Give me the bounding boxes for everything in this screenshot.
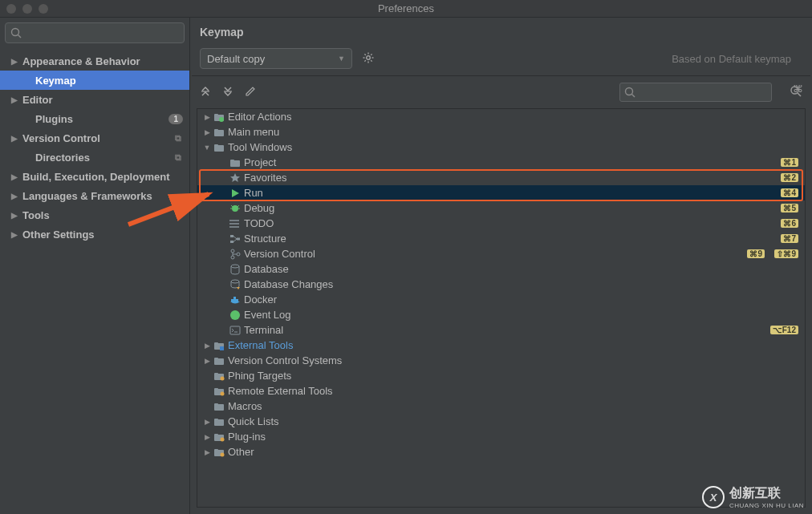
svg-rect-62 — [214, 388, 218, 391]
sidebar-item-directories[interactable]: Directories⧉ — [0, 148, 189, 167]
tree-row-tool-windows[interactable]: ▼Tool Windows — [197, 140, 805, 155]
svg-rect-19 — [214, 114, 218, 116]
chevron-right-icon: ▶ — [11, 134, 19, 143]
sidebar-search-input[interactable] — [25, 27, 184, 38]
find-by-shortcut-icon[interactable]: ⌘ — [790, 85, 802, 100]
shortcut-badge: ⌘2 — [781, 173, 798, 182]
shortcut-badge: ⌥F12 — [770, 326, 798, 334]
tree-row-label: Macros — [228, 400, 262, 412]
close-dot[interactable] — [6, 4, 16, 14]
chevron-down-icon: ▼ — [202, 144, 212, 152]
chevron-right-icon: ▶ — [11, 95, 19, 104]
svg-rect-59 — [214, 373, 218, 375]
tree-row-event-log[interactable]: Event Log — [197, 307, 805, 322]
svg-rect-47 — [233, 299, 236, 302]
sidebar-item-keymap[interactable]: Keymap — [0, 71, 189, 90]
tree-row-label: Main menu — [228, 126, 279, 138]
tree-row-version-control[interactable]: Version Control⇧⌘9⌘9 — [197, 246, 805, 261]
tree-row-label: Structure — [244, 233, 286, 245]
tree-row-label: Project — [244, 156, 276, 168]
svg-rect-24 — [214, 144, 218, 147]
sidebar-item-version-control[interactable]: ▶Version Control⧉ — [0, 128, 189, 148]
shortcut-badge: ⌘6 — [781, 219, 798, 228]
gear-icon[interactable] — [362, 51, 375, 67]
tree-row-docker[interactable]: Docker — [197, 292, 805, 307]
svg-point-73 — [221, 452, 225, 456]
folder-c-icon — [212, 370, 226, 382]
tree-row-debug[interactable]: Debug⌘5 — [197, 200, 805, 216]
svg-point-44 — [231, 265, 239, 268]
svg-rect-40 — [237, 237, 240, 240]
svg-rect-51 — [230, 326, 240, 334]
sidebar-item-tools[interactable]: ▶Tools — [0, 205, 189, 225]
tree-row-database[interactable]: Database — [197, 261, 805, 277]
keymap-tree[interactable]: ▶Editor Actions▶Main menu▼Tool WindowsPr… — [197, 108, 806, 508]
tree-row-main-menu[interactable]: ▶Main menu — [197, 124, 805, 140]
sidebar-item-build-execution-deployment[interactable]: ▶Build, Execution, Deployment — [0, 167, 189, 186]
chevron-right-icon: ▶ — [202, 342, 212, 350]
titlebar: Preferences — [0, 0, 812, 18]
struct-icon — [228, 233, 242, 245]
sidebar-item-languages-frameworks[interactable]: ▶Languages & Frameworks — [0, 186, 189, 205]
tree-row-other[interactable]: ▶Other — [197, 444, 805, 459]
svg-line-30 — [231, 205, 233, 207]
tree-row-structure[interactable]: Structure⌘7 — [197, 231, 805, 246]
keymap-scheme-select[interactable]: Default copy ▼ — [200, 48, 352, 69]
tree-row-external-tools[interactable]: ▶External Tools — [197, 338, 805, 353]
svg-rect-57 — [214, 358, 218, 360]
edit-icon[interactable] — [245, 86, 256, 99]
watermark-brand: 创新互联 — [729, 485, 804, 502]
tree-row-editor-actions[interactable]: ▶Editor Actions — [197, 109, 805, 124]
sidebar-item-other-settings[interactable]: ▶Other Settings — [0, 225, 189, 244]
chevron-right-icon: ▶ — [11, 57, 19, 66]
svg-line-1 — [18, 35, 22, 38]
tree-row-phing-targets[interactable]: Phing Targets — [197, 368, 805, 383]
zoom-dot[interactable] — [39, 4, 48, 14]
based-on-label: Based on Default keymap — [672, 53, 802, 65]
tree-row-favorites[interactable]: Favorites⌘2 — [197, 170, 805, 185]
tree-row-todo[interactable]: TODO⌘6 — [197, 216, 805, 231]
expand-all-icon[interactable] — [200, 86, 211, 99]
collapse-all-icon[interactable] — [222, 86, 233, 99]
tree-row-label: Editor Actions — [228, 111, 292, 123]
window-controls[interactable] — [6, 4, 48, 14]
tree-row-database-changes[interactable]: Database Changes — [197, 277, 805, 292]
tree-search-input[interactable] — [638, 87, 771, 99]
db-icon — [228, 264, 242, 275]
folder-c-icon — [212, 431, 226, 443]
sidebar-item-editor[interactable]: ▶Editor — [0, 90, 189, 109]
chevron-right-icon: ▶ — [202, 418, 212, 426]
sidebar-item-label: Editor — [22, 94, 53, 106]
svg-point-41 — [231, 249, 234, 253]
sidebar-search[interactable] — [5, 22, 185, 43]
svg-line-7 — [364, 54, 365, 55]
tree-row-plug-ins[interactable]: ▶Plug-ins — [197, 429, 805, 444]
svg-point-27 — [232, 205, 238, 212]
term-icon — [228, 325, 242, 336]
tree-row-macros[interactable]: Macros — [197, 399, 805, 414]
shortcut-badge: ⌘9 — [747, 249, 765, 258]
tree-search[interactable] — [619, 83, 772, 102]
svg-rect-38 — [230, 235, 233, 237]
svg-line-14 — [632, 95, 635, 98]
svg-line-8 — [371, 60, 371, 61]
sidebar-item-label: Other Settings — [22, 229, 95, 241]
sidebar-item-appearance-behavior[interactable]: ▶Appearance & Behavior — [0, 51, 189, 71]
chevron-right-icon: ▶ — [11, 172, 19, 181]
tree-row-remote-external-tools[interactable]: Remote External Tools — [197, 383, 805, 399]
tree-row-run[interactable]: Run⌘4 — [197, 185, 805, 200]
search-icon — [10, 27, 22, 38]
tree-row-terminal[interactable]: Terminal⌥F12 — [197, 322, 805, 338]
svg-point-70 — [221, 437, 225, 441]
star-icon — [228, 172, 242, 184]
shortcut-badge: ⌘5 — [781, 204, 798, 212]
sidebar-item-label: Languages & Frameworks — [22, 190, 152, 202]
tree-row-quick-lists[interactable]: ▶Quick Lists — [197, 414, 805, 429]
min-dot[interactable] — [22, 4, 32, 14]
tree-row-version-control-systems[interactable]: ▶Version Control Systems — [197, 353, 805, 368]
chevron-right-icon: ▶ — [202, 448, 212, 456]
svg-rect-69 — [214, 434, 218, 436]
chevron-right-icon: ▶ — [11, 192, 19, 200]
tree-row-project[interactable]: Project⌘1 — [197, 155, 805, 170]
sidebar-item-plugins[interactable]: Plugins1 — [0, 109, 189, 128]
